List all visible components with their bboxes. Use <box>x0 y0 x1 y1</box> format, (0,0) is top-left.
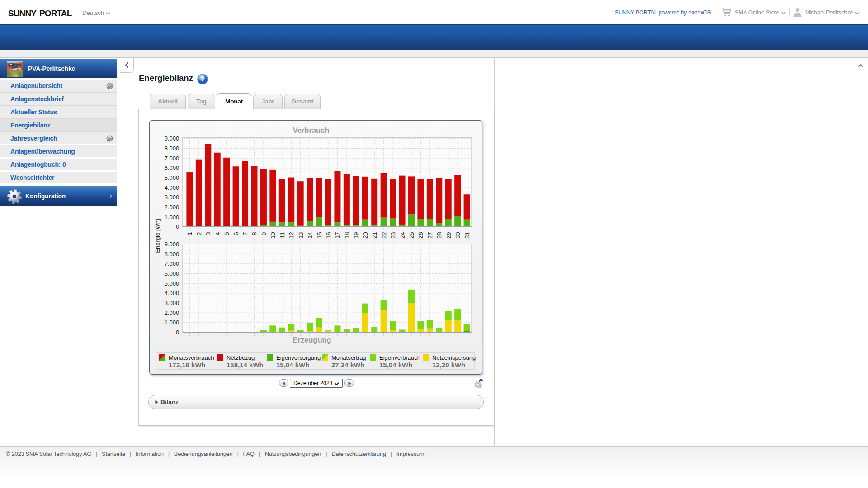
svg-text:8.000: 8.000 <box>165 145 179 152</box>
svg-text:Eigenverbrauch: Eigenverbrauch <box>379 354 420 361</box>
svg-text:21: 21 <box>371 232 378 239</box>
svg-text:?: ? <box>201 75 205 83</box>
svg-text:9.000: 9.000 <box>165 241 179 248</box>
svg-text:1.000: 1.000 <box>165 319 179 326</box>
svg-text:15,04 kWh: 15,04 kWh <box>276 361 309 369</box>
svg-text:16: 16 <box>325 232 332 239</box>
svg-text:12,20 kWh: 12,20 kWh <box>432 361 465 369</box>
svg-text:Energie [Wh]: Energie [Wh] <box>154 219 161 253</box>
svg-text:6.000: 6.000 <box>165 270 179 277</box>
svg-text:Netzeinspeisung: Netzeinspeisung <box>432 354 476 361</box>
svg-text:0: 0 <box>176 329 179 336</box>
svg-text:18: 18 <box>344 232 350 239</box>
svg-text:3.000: 3.000 <box>165 300 179 306</box>
svg-text:13: 13 <box>297 232 304 239</box>
svg-text:15,04 kWh: 15,04 kWh <box>379 361 412 369</box>
svg-text:8.000: 8.000 <box>165 251 179 258</box>
svg-text:7.000: 7.000 <box>165 155 179 162</box>
svg-text:Monatsverbrauch: Monatsverbrauch <box>169 354 214 361</box>
svg-text:Erzeugung: Erzeugung <box>292 336 331 344</box>
svg-text:4.000: 4.000 <box>165 184 179 191</box>
svg-text:6: 6 <box>233 232 240 235</box>
svg-text:Netzbezug: Netzbezug <box>226 354 255 361</box>
svg-text:7: 7 <box>242 232 249 235</box>
svg-text:27: 27 <box>427 232 434 239</box>
svg-text:15: 15 <box>316 232 323 239</box>
svg-text:2.000: 2.000 <box>165 204 179 211</box>
svg-text:8: 8 <box>251 232 258 235</box>
svg-text:12: 12 <box>288 232 295 239</box>
svg-text:Verbrauch: Verbrauch <box>293 126 330 134</box>
svg-text:Eigenversorgung: Eigenversorgung <box>276 354 321 361</box>
svg-text:31: 31 <box>464 232 471 239</box>
svg-text:3.000: 3.000 <box>165 194 179 201</box>
svg-text:19: 19 <box>353 232 359 239</box>
svg-text:4.000: 4.000 <box>165 290 179 296</box>
svg-text:9.000: 9.000 <box>165 135 179 142</box>
svg-text:26: 26 <box>417 232 424 239</box>
svg-text:24: 24 <box>399 232 406 239</box>
svg-text:9: 9 <box>260 232 267 235</box>
svg-text:27,24 kWh: 27,24 kWh <box>331 361 364 369</box>
svg-text:29: 29 <box>445 232 452 239</box>
svg-text:10: 10 <box>269 232 276 239</box>
svg-text:23: 23 <box>390 232 396 239</box>
svg-text:14: 14 <box>307 232 313 239</box>
svg-text:6.000: 6.000 <box>165 164 179 171</box>
svg-text:1.000: 1.000 <box>165 214 179 221</box>
svg-text:22: 22 <box>381 232 387 239</box>
svg-text:7.000: 7.000 <box>165 260 179 267</box>
svg-text:17: 17 <box>334 232 341 239</box>
svg-text:28: 28 <box>436 232 443 239</box>
svg-text:158,14 kWh: 158,14 kWh <box>226 361 264 369</box>
svg-text:20: 20 <box>362 232 369 239</box>
svg-text:Monatsertrag: Monatsertrag <box>331 354 366 361</box>
svg-text:4: 4 <box>214 232 221 235</box>
svg-text:2: 2 <box>196 232 203 235</box>
svg-text:5.000: 5.000 <box>165 280 179 287</box>
svg-text:3: 3 <box>205 232 212 235</box>
svg-text:5: 5 <box>223 232 230 235</box>
svg-text:30: 30 <box>454 232 461 239</box>
svg-text:1: 1 <box>186 232 193 235</box>
svg-text:173,18 kWh: 173,18 kWh <box>169 361 206 369</box>
svg-text:5.000: 5.000 <box>165 174 179 181</box>
svg-text:11: 11 <box>279 232 286 239</box>
svg-text:2.000: 2.000 <box>165 310 179 316</box>
svg-text:0: 0 <box>176 223 179 230</box>
svg-text:25: 25 <box>408 232 415 239</box>
